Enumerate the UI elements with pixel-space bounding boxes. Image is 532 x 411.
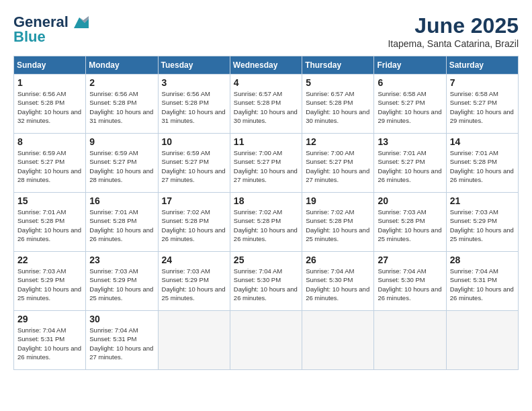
day-number: 27 bbox=[378, 255, 442, 265]
calendar-cell: 24Sunrise: 7:03 AMSunset: 5:29 PMDayligh… bbox=[158, 252, 230, 311]
calendar-cell: 28Sunrise: 7:04 AMSunset: 5:31 PMDayligh… bbox=[446, 252, 518, 311]
day-number: 13 bbox=[378, 136, 442, 147]
day-number: 21 bbox=[450, 195, 515, 206]
day-number: 15 bbox=[17, 195, 82, 206]
day-info: Sunrise: 7:04 AMSunset: 5:30 PMDaylight:… bbox=[306, 267, 370, 302]
day-number: 7 bbox=[450, 77, 515, 88]
day-info: Sunrise: 7:01 AMSunset: 5:28 PMDaylight:… bbox=[89, 208, 154, 243]
header: General Blue June 2025 Itapema, Santa Ca… bbox=[13, 13, 519, 49]
calendar-cell: 21Sunrise: 7:03 AMSunset: 5:29 PMDayligh… bbox=[446, 193, 518, 252]
calendar-cell: 2Sunrise: 6:56 AMSunset: 5:28 PMDaylight… bbox=[86, 75, 158, 134]
month-title: June 2025 bbox=[388, 13, 519, 38]
day-number: 30 bbox=[89, 314, 154, 324]
day-number: 14 bbox=[450, 136, 515, 147]
day-info: Sunrise: 7:00 AMSunset: 5:27 PMDaylight:… bbox=[234, 148, 298, 184]
calendar-cell bbox=[302, 311, 374, 370]
day-info: Sunrise: 7:04 AMSunset: 5:31 PMDaylight:… bbox=[89, 326, 154, 361]
calendar-cell: 25Sunrise: 7:04 AMSunset: 5:30 PMDayligh… bbox=[230, 252, 302, 311]
day-info: Sunrise: 7:03 AMSunset: 5:29 PMDaylight:… bbox=[17, 267, 82, 302]
calendar-cell: 14Sunrise: 7:01 AMSunset: 5:28 PMDayligh… bbox=[446, 134, 518, 193]
calendar-week-3: 15Sunrise: 7:01 AMSunset: 5:28 PMDayligh… bbox=[14, 193, 519, 252]
calendar-cell: 11Sunrise: 7:00 AMSunset: 5:27 PMDayligh… bbox=[230, 134, 302, 193]
day-number: 5 bbox=[306, 77, 370, 88]
day-info: Sunrise: 7:04 AMSunset: 5:31 PMDaylight:… bbox=[17, 326, 82, 361]
weekday-header-thursday: Thursday bbox=[302, 56, 374, 75]
calendar-table: SundayMondayTuesdayWednesdayThursdayFrid… bbox=[13, 56, 519, 370]
day-number: 6 bbox=[378, 77, 442, 88]
day-info: Sunrise: 7:04 AMSunset: 5:30 PMDaylight:… bbox=[234, 267, 298, 302]
calendar-cell: 3Sunrise: 6:56 AMSunset: 5:28 PMDaylight… bbox=[158, 75, 230, 134]
calendar-cell: 30Sunrise: 7:04 AMSunset: 5:31 PMDayligh… bbox=[86, 311, 158, 370]
day-number: 28 bbox=[450, 255, 515, 265]
weekday-header-friday: Friday bbox=[374, 56, 446, 75]
day-info: Sunrise: 6:57 AMSunset: 5:28 PMDaylight:… bbox=[306, 89, 370, 125]
day-info: Sunrise: 7:01 AMSunset: 5:28 PMDaylight:… bbox=[17, 208, 82, 243]
day-number: 12 bbox=[306, 136, 370, 147]
location: Itapema, Santa Catarina, Brazil bbox=[388, 38, 519, 49]
calendar-cell: 29Sunrise: 7:04 AMSunset: 5:31 PMDayligh… bbox=[14, 311, 86, 370]
day-number: 26 bbox=[306, 255, 370, 265]
day-info: Sunrise: 6:59 AMSunset: 5:27 PMDaylight:… bbox=[17, 148, 82, 184]
day-info: Sunrise: 6:59 AMSunset: 5:27 PMDaylight:… bbox=[89, 148, 154, 184]
day-info: Sunrise: 7:03 AMSunset: 5:29 PMDaylight:… bbox=[450, 208, 515, 243]
day-info: Sunrise: 7:03 AMSunset: 5:28 PMDaylight:… bbox=[378, 208, 442, 243]
calendar-cell: 18Sunrise: 7:02 AMSunset: 5:28 PMDayligh… bbox=[230, 193, 302, 252]
day-number: 10 bbox=[162, 136, 226, 147]
logo-icon bbox=[70, 13, 89, 32]
calendar-cell: 19Sunrise: 7:02 AMSunset: 5:28 PMDayligh… bbox=[302, 193, 374, 252]
day-info: Sunrise: 7:03 AMSunset: 5:29 PMDaylight:… bbox=[89, 267, 154, 302]
day-info: Sunrise: 7:01 AMSunset: 5:28 PMDaylight:… bbox=[450, 148, 515, 184]
weekday-header-wednesday: Wednesday bbox=[230, 56, 302, 75]
day-number: 9 bbox=[89, 136, 154, 147]
calendar-cell bbox=[446, 311, 518, 370]
weekday-header-row: SundayMondayTuesdayWednesdayThursdayFrid… bbox=[14, 56, 519, 75]
calendar-week-5: 29Sunrise: 7:04 AMSunset: 5:31 PMDayligh… bbox=[14, 311, 519, 370]
day-number: 20 bbox=[378, 195, 442, 206]
day-info: Sunrise: 7:02 AMSunset: 5:28 PMDaylight:… bbox=[162, 208, 226, 243]
day-number: 22 bbox=[17, 255, 82, 265]
calendar-body: 1Sunrise: 6:56 AMSunset: 5:28 PMDaylight… bbox=[14, 75, 519, 370]
weekday-header-tuesday: Tuesday bbox=[158, 56, 230, 75]
calendar-cell: 12Sunrise: 7:00 AMSunset: 5:27 PMDayligh… bbox=[302, 134, 374, 193]
calendar-cell: 7Sunrise: 6:58 AMSunset: 5:27 PMDaylight… bbox=[446, 75, 518, 134]
day-info: Sunrise: 6:58 AMSunset: 5:27 PMDaylight:… bbox=[450, 89, 515, 125]
day-info: Sunrise: 7:03 AMSunset: 5:29 PMDaylight:… bbox=[162, 267, 226, 302]
calendar-cell: 5Sunrise: 6:57 AMSunset: 5:28 PMDaylight… bbox=[302, 75, 374, 134]
calendar-cell: 8Sunrise: 6:59 AMSunset: 5:27 PMDaylight… bbox=[14, 134, 86, 193]
calendar-week-2: 8Sunrise: 6:59 AMSunset: 5:27 PMDaylight… bbox=[14, 134, 519, 193]
day-info: Sunrise: 7:02 AMSunset: 5:28 PMDaylight:… bbox=[234, 208, 298, 243]
calendar-cell: 13Sunrise: 7:01 AMSunset: 5:27 PMDayligh… bbox=[374, 134, 446, 193]
calendar-cell: 15Sunrise: 7:01 AMSunset: 5:28 PMDayligh… bbox=[14, 193, 86, 252]
day-number: 3 bbox=[162, 77, 226, 88]
calendar-cell bbox=[158, 311, 230, 370]
day-number: 23 bbox=[89, 255, 154, 265]
day-number: 19 bbox=[306, 195, 370, 206]
calendar-cell: 16Sunrise: 7:01 AMSunset: 5:28 PMDayligh… bbox=[86, 193, 158, 252]
calendar-cell: 6Sunrise: 6:58 AMSunset: 5:27 PMDaylight… bbox=[374, 75, 446, 134]
day-info: Sunrise: 6:56 AMSunset: 5:28 PMDaylight:… bbox=[162, 89, 226, 125]
day-number: 11 bbox=[234, 136, 298, 147]
calendar-cell: 4Sunrise: 6:57 AMSunset: 5:28 PMDaylight… bbox=[230, 75, 302, 134]
day-info: Sunrise: 6:56 AMSunset: 5:28 PMDaylight:… bbox=[89, 89, 154, 125]
day-number: 8 bbox=[17, 136, 82, 147]
day-number: 25 bbox=[234, 255, 298, 265]
calendar-cell: 22Sunrise: 7:03 AMSunset: 5:29 PMDayligh… bbox=[14, 252, 86, 311]
calendar-cell bbox=[230, 311, 302, 370]
logo: General Blue bbox=[13, 13, 89, 44]
calendar-cell: 27Sunrise: 7:04 AMSunset: 5:30 PMDayligh… bbox=[374, 252, 446, 311]
calendar-cell: 20Sunrise: 7:03 AMSunset: 5:28 PMDayligh… bbox=[374, 193, 446, 252]
day-info: Sunrise: 6:56 AMSunset: 5:28 PMDaylight:… bbox=[17, 89, 82, 125]
calendar-cell: 1Sunrise: 6:56 AMSunset: 5:28 PMDaylight… bbox=[14, 75, 86, 134]
calendar-week-4: 22Sunrise: 7:03 AMSunset: 5:29 PMDayligh… bbox=[14, 252, 519, 311]
calendar-cell: 26Sunrise: 7:04 AMSunset: 5:30 PMDayligh… bbox=[302, 252, 374, 311]
calendar-cell: 9Sunrise: 6:59 AMSunset: 5:27 PMDaylight… bbox=[86, 134, 158, 193]
calendar-cell bbox=[374, 311, 446, 370]
day-info: Sunrise: 6:59 AMSunset: 5:27 PMDaylight:… bbox=[162, 148, 226, 184]
day-info: Sunrise: 7:02 AMSunset: 5:28 PMDaylight:… bbox=[306, 208, 370, 243]
calendar-cell: 23Sunrise: 7:03 AMSunset: 5:29 PMDayligh… bbox=[86, 252, 158, 311]
weekday-header-sunday: Sunday bbox=[14, 56, 86, 75]
weekday-header-monday: Monday bbox=[86, 56, 158, 75]
day-number: 24 bbox=[162, 255, 226, 265]
day-info: Sunrise: 6:57 AMSunset: 5:28 PMDaylight:… bbox=[234, 89, 298, 125]
weekday-header-saturday: Saturday bbox=[446, 56, 518, 75]
